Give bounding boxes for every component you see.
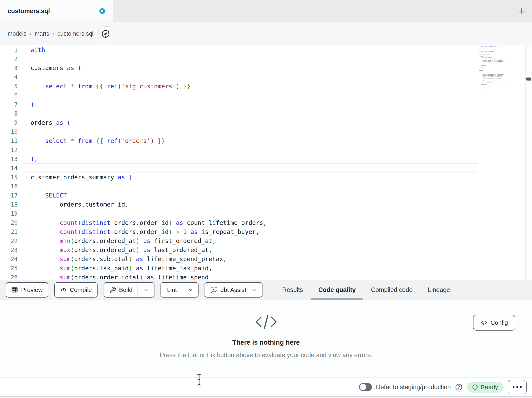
code-icon: [60, 287, 67, 293]
ellipsis-icon: [513, 386, 514, 388]
assist-label: dbt Assist: [221, 287, 246, 293]
code-line-content: sum(orders.order_total) as lifetime_spen…: [31, 274, 209, 280]
code-line[interactable]: 14: [0, 163, 532, 173]
preview-button[interactable]: Preview: [6, 282, 48, 298]
code-line[interactable]: 17 SELECT: [0, 191, 532, 200]
code-line[interactable]: 9orders as (: [0, 118, 532, 127]
code-line[interactable]: 20 count(distinct orders.order_id) as co…: [0, 218, 532, 227]
lint-button[interactable]: Lint: [161, 283, 183, 297]
breadcrumb-separator: ›: [52, 31, 54, 37]
code-line[interactable]: 4: [0, 73, 532, 82]
code-line[interactable]: 16: [0, 182, 532, 191]
code-editor[interactable]: 1with23customers as (45 select * from {{…: [0, 45, 532, 280]
code-line[interactable]: 22 min(orders.ordered_at) as first_order…: [0, 236, 532, 245]
tab-customers-sql[interactable]: customers.sql: [0, 0, 113, 22]
defer-label: Defer to staging/production: [376, 384, 451, 391]
scroll-position-marker[interactable]: [526, 78, 531, 80]
defer-toggle[interactable]: [359, 383, 372, 391]
code-line[interactable]: 21 count(distinct orders.order_id) > 1 a…: [0, 227, 532, 236]
lint-dropdown-button[interactable]: [183, 283, 198, 297]
config-label: Config: [491, 319, 508, 326]
line-number: 23: [0, 247, 18, 254]
code-line[interactable]: 8: [0, 109, 532, 118]
line-number: 20: [0, 219, 18, 226]
code-line[interactable]: 12: [0, 145, 532, 154]
compile-button[interactable]: Compile: [54, 282, 98, 298]
help-icon[interactable]: [455, 383, 463, 391]
breadcrumb-item-models[interactable]: models: [8, 30, 26, 37]
line-number: 1: [0, 46, 18, 53]
ready-status-badge[interactable]: Ready: [467, 382, 504, 392]
line-number: 9: [0, 119, 18, 126]
code-line[interactable]: 2: [0, 54, 532, 63]
code-line[interactable]: 23 max(orders.ordered_at) as last_ordere…: [0, 245, 532, 254]
lineage-navigate-button[interactable]: [98, 26, 113, 41]
code-line-content: ),: [31, 155, 38, 163]
chevron-down-icon: [251, 287, 257, 293]
minimap[interactable]: withcustomers as ( select * from {{ ref(…: [479, 45, 524, 168]
window-bottom-edge: [0, 396, 532, 398]
editor-actions: Preview Compile Build Lint: [6, 282, 262, 298]
code-line-content: sum(orders.tax_paid) as lifetime_tax_pai…: [31, 265, 212, 272]
line-number: 2: [0, 56, 18, 62]
line-number: 15: [0, 174, 18, 181]
line-number: 3: [0, 65, 18, 72]
line-number: 25: [0, 265, 18, 272]
breadcrumb-item-file: customers.sql: [57, 30, 93, 37]
code-line[interactable]: 3customers as (: [0, 63, 532, 72]
tab-results[interactable]: Results: [275, 280, 310, 300]
code-line-content: count(distinct orders.order_id) as count…: [31, 219, 267, 226]
code-line[interactable]: 25 sum(orders.tax_paid) as lifetime_tax_…: [0, 264, 532, 273]
line-number: 8: [0, 110, 18, 117]
code-line-content: select * from {{ ref('orders') }}: [31, 137, 165, 144]
new-tab-button[interactable]: [514, 3, 529, 19]
code-line-content: min(orders.ordered_at) as first_ordered_…: [31, 237, 216, 244]
code-line[interactable]: 18 orders.customer_id,: [0, 200, 532, 209]
dbt-ide-window: customers.sql models › marts › customers…: [0, 0, 532, 398]
overflow-menu-button[interactable]: [508, 380, 526, 394]
code-line[interactable]: 1with: [0, 45, 532, 54]
code-line-content: count(distinct orders.order_id) > 1 as i…: [31, 228, 260, 235]
tab-lineage[interactable]: Lineage: [420, 280, 458, 300]
table-icon: [11, 287, 18, 293]
config-button[interactable]: Config: [473, 315, 515, 331]
dbt-assist-button[interactable]: dbt Assist: [205, 282, 262, 298]
build-split-button: Build: [104, 282, 155, 298]
code-line[interactable]: 19: [0, 209, 532, 218]
chevron-down-icon: [143, 287, 149, 293]
line-number: 24: [0, 256, 18, 262]
code-line[interactable]: 13),: [0, 154, 532, 163]
line-number: 16: [0, 183, 18, 190]
tab-compiled-code[interactable]: Compiled code: [363, 280, 420, 300]
line-number: 11: [0, 137, 18, 144]
line-number: 21: [0, 228, 18, 235]
code-line[interactable]: 5 select * from {{ ref('stg_customers') …: [0, 82, 532, 91]
empty-state-title: There is nothing here: [232, 339, 300, 346]
action-bar-divider: [268, 280, 268, 300]
code-line-content: ),: [31, 101, 38, 108]
code-line[interactable]: 6: [0, 91, 532, 100]
overview-ruler[interactable]: [525, 45, 532, 280]
code-line[interactable]: 11 select * from {{ ref('orders') }}: [0, 136, 532, 145]
tab-code-quality[interactable]: Code quality: [310, 280, 363, 300]
code-icon: [481, 319, 487, 326]
build-dropdown-button[interactable]: [138, 283, 154, 297]
line-number: 17: [0, 192, 18, 199]
code-line[interactable]: 24 sum(orders.subtotal) as lifetime_spen…: [0, 254, 532, 263]
line-number: 22: [0, 238, 18, 244]
line-number: 13: [0, 156, 18, 163]
breadcrumb-item-marts[interactable]: marts: [35, 30, 49, 37]
code-line[interactable]: 15customer_orders_summary as (: [0, 173, 532, 182]
code-line[interactable]: 10: [0, 127, 532, 136]
code-line[interactable]: 7),: [0, 100, 532, 109]
assist-sparkle-chat-icon: [210, 286, 217, 294]
lint-label: Lint: [167, 287, 177, 293]
breadcrumb: models › marts › customers.sql: [8, 22, 93, 45]
plus-icon: [517, 7, 526, 15]
preview-label: Preview: [21, 287, 43, 293]
code-line[interactable]: 26 sum(orders.order_total) as lifetime_s…: [0, 273, 532, 280]
build-button[interactable]: Build: [104, 283, 138, 297]
code-line-content: orders as (: [31, 119, 71, 126]
line-number: 4: [0, 74, 18, 80]
line-number: 6: [0, 92, 18, 99]
